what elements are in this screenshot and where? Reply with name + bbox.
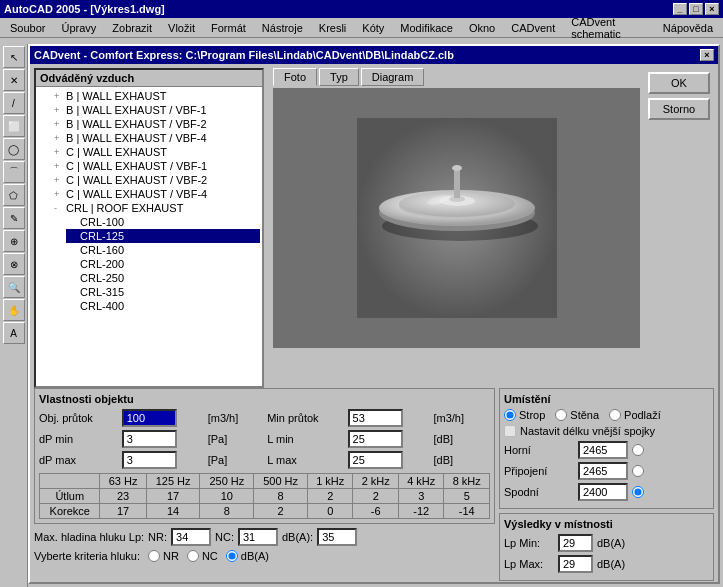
storno-button[interactable]: Storno [648, 98, 710, 120]
tree-item-0[interactable]: + B | WALL EXHAUST [52, 89, 260, 103]
tab-diagram[interactable]: Diagram [361, 68, 425, 86]
tool-btn-6[interactable]: ⌒ [3, 161, 25, 183]
tree-item-8[interactable]: - CRL | ROOF EXHAUST [52, 201, 260, 215]
spodni-radio[interactable] [632, 486, 644, 498]
placement-strop[interactable]: Strop [504, 409, 545, 421]
nc-input[interactable] [238, 528, 278, 546]
close-button[interactable]: × [705, 3, 719, 15]
horni-input[interactable] [578, 441, 628, 459]
dp-max-input[interactable] [122, 451, 177, 469]
tab-typ[interactable]: Typ [319, 68, 359, 86]
tree-item-14[interactable]: CRL-315 [66, 285, 260, 299]
tree-item-4[interactable]: + C | WALL EXHAUST [52, 145, 260, 159]
tree-item-1[interactable]: + B | WALL EXHAUST / VBF-1 [52, 103, 260, 117]
dp-min-input[interactable] [122, 430, 177, 448]
lp-max-input[interactable] [558, 555, 593, 573]
tree-item-5[interactable]: + C | WALL EXHAUST / VBF-1 [52, 159, 260, 173]
spojky-checkbox[interactable] [504, 425, 516, 437]
lp-min-label: Lp Min: [504, 537, 554, 549]
freq-korekce-6: -12 [398, 504, 443, 519]
nr-label: NR: [148, 531, 167, 543]
tree-item-9[interactable]: CRL-100 [66, 215, 260, 229]
tab-foto[interactable]: Foto [273, 68, 317, 86]
min-prutok-input[interactable] [348, 409, 403, 427]
menu-kresli[interactable]: Kresli [313, 21, 353, 35]
tool-btn-11[interactable]: 🔍 [3, 276, 25, 298]
placement-podlazi-radio[interactable] [609, 409, 621, 421]
l-max-label: L max [267, 454, 344, 466]
menu-vlozit[interactable]: Vložit [162, 21, 201, 35]
menu-zobrazit[interactable]: Zobrazit [106, 21, 158, 35]
menu-napoveda[interactable]: Nápověda [657, 21, 719, 35]
tool-btn-3[interactable]: / [3, 92, 25, 114]
tool-btn-2[interactable]: ✕ [3, 69, 25, 91]
tree-item-7[interactable]: + C | WALL EXHAUST / VBF-4 [52, 187, 260, 201]
maximize-button[interactable]: □ [689, 3, 703, 15]
tool-btn-9[interactable]: ⊕ [3, 230, 25, 252]
checkbox-row: Nastavit délku vnější spojky [504, 425, 709, 437]
menu-soubor[interactable]: Soubor [4, 21, 51, 35]
tool-btn-13[interactable]: A [3, 322, 25, 344]
nr-input[interactable] [171, 528, 211, 546]
placement-stena-radio[interactable] [555, 409, 567, 421]
menu-nastroje[interactable]: Nástroje [256, 21, 309, 35]
pripojeni-label: Připojení [504, 465, 574, 477]
spodni-input[interactable] [578, 483, 628, 501]
menu-koty[interactable]: Kóty [356, 21, 390, 35]
tool-btn-1[interactable]: ↖ [3, 46, 25, 68]
dialog-close-button[interactable]: × [700, 49, 714, 61]
left-properties: Vlastnosti objektu Obj. průtok [m3/h] Mi… [34, 388, 495, 581]
horni-radio[interactable] [632, 444, 644, 456]
tree-item-15[interactable]: CRL-400 [66, 299, 260, 313]
tree-item-12[interactable]: CRL-200 [66, 257, 260, 271]
criteria-nc[interactable]: NC [187, 550, 218, 562]
l-min-input[interactable] [348, 430, 403, 448]
horni-sel-radio[interactable] [632, 444, 644, 456]
placement-strop-radio[interactable] [504, 409, 516, 421]
frequency-table: 63 Hz 125 Hz 250 Hz 500 Hz 1 kHz 2 kHz 4… [39, 473, 490, 519]
menu-modifikace[interactable]: Modifikace [394, 21, 459, 35]
tool-btn-12[interactable]: ✋ [3, 299, 25, 321]
horni-label: Horní [504, 444, 574, 456]
dba-input[interactable] [317, 528, 357, 546]
freq-utlum-0: 23 [100, 489, 146, 504]
menu-cadvent[interactable]: CADvent [505, 21, 561, 35]
ok-button[interactable]: OK [648, 72, 710, 94]
tool-btn-8[interactable]: ✎ [3, 207, 25, 229]
tree-item-6[interactable]: + C | WALL EXHAUST / VBF-2 [52, 173, 260, 187]
obj-prutok-input[interactable] [122, 409, 177, 427]
placement-stena[interactable]: Stěna [555, 409, 599, 421]
menu-cadvent-schematic[interactable]: CADvent schematic [565, 15, 653, 41]
tree-item-3[interactable]: + B | WALL EXHAUST / VBF-4 [52, 131, 260, 145]
criteria-dba[interactable]: dB(A) [226, 550, 269, 562]
tree-item-11[interactable]: CRL-160 [66, 243, 260, 257]
criteria-nr-radio[interactable] [148, 550, 160, 562]
menu-upravy[interactable]: Úpravy [55, 21, 102, 35]
lp-min-input[interactable] [558, 534, 593, 552]
minimize-button[interactable]: _ [673, 3, 687, 15]
menu-okno[interactable]: Okno [463, 21, 501, 35]
placement-options-row: Strop Stěna Podlaží [504, 409, 709, 421]
menu-format[interactable]: Formát [205, 21, 252, 35]
tool-btn-10[interactable]: ⊗ [3, 253, 25, 275]
freq-korekce-row: Korekce 17 14 8 2 0 -6 -12 -14 [40, 504, 490, 519]
pripojeni-input[interactable] [578, 462, 628, 480]
pripojeni-sel-radio[interactable] [632, 465, 644, 477]
tree-item-13[interactable]: CRL-250 [66, 271, 260, 285]
criteria-nr[interactable]: NR [148, 550, 179, 562]
tree-item-10[interactable]: CRL-125 [66, 229, 260, 243]
l-min-label: L min [267, 433, 344, 445]
tool-btn-7[interactable]: ⬠ [3, 184, 25, 206]
pripojeni-radio[interactable] [632, 465, 644, 477]
placement-podlazi[interactable]: Podlaží [609, 409, 661, 421]
criteria-dba-radio[interactable] [226, 550, 238, 562]
tree-icon-5: + [54, 161, 64, 171]
tool-btn-5[interactable]: ◯ [3, 138, 25, 160]
l-max-input[interactable] [348, 451, 403, 469]
spodni-sel-radio[interactable] [632, 486, 644, 498]
tree-item-2[interactable]: + B | WALL EXHAUST / VBF-2 [52, 117, 260, 131]
criteria-nc-radio[interactable] [187, 550, 199, 562]
criteria-label: Vyberte kriteria hluku: [34, 550, 140, 562]
tree-panel[interactable]: Odváděný vzduch + B | WALL EXHAUST + B |… [34, 68, 264, 388]
tool-btn-4[interactable]: ⬜ [3, 115, 25, 137]
